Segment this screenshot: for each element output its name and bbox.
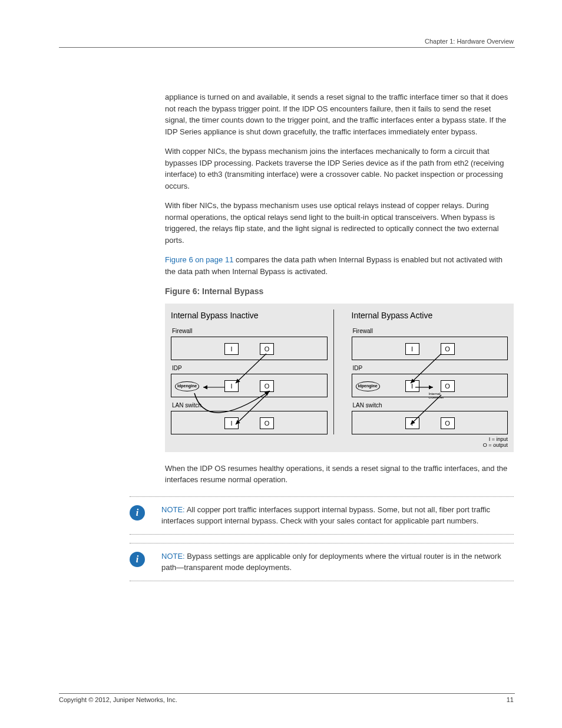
port-output: O: [260, 417, 274, 429]
device-firewall: I O: [352, 337, 508, 360]
note-text: NOTE: All copper port traffic interfaces…: [161, 504, 514, 527]
port-output: O: [260, 343, 274, 355]
port-input: I: [405, 343, 419, 355]
diagram-legend: I = input O = output: [171, 437, 508, 449]
device-label-lan: LAN switch: [353, 401, 508, 410]
figure-caption: Figure 6: Internal Bypass: [165, 285, 514, 298]
port-input: I: [224, 380, 239, 392]
paragraph: Figure 6 on page 11 compares the data pa…: [165, 254, 514, 277]
note-body: All copper port traffic interfaces suppo…: [161, 505, 490, 526]
device-lan-switch: I O: [171, 411, 328, 434]
info-icon: i: [130, 505, 145, 521]
note-block: i NOTE: Bypass settings are applicable o…: [130, 543, 514, 581]
panel-title: Internal Bypass Inactive: [171, 309, 328, 322]
main-content: appliance is turned on and available, it…: [165, 91, 514, 589]
note-text: NOTE: Bypass settings are applicable onl…: [161, 551, 514, 574]
header-rule: [59, 47, 515, 48]
idpengine-label: Idpengine: [175, 381, 199, 391]
device-label-idp: IDP: [353, 364, 508, 373]
paragraph: With copper NICs, the bypass mechanism j…: [165, 146, 514, 192]
diagram-panel-inactive: Internal Bypass Inactive Firewall I O ID…: [171, 309, 334, 434]
port-input: I: [405, 380, 419, 392]
idpengine-label: Idpengine: [356, 381, 380, 391]
info-icon: i: [130, 552, 145, 567]
port-output: O: [260, 380, 274, 392]
legend-input: I = input: [171, 437, 508, 443]
copyright: Copyright © 2012, Juniper Networks, Inc.: [59, 695, 177, 705]
port-output: O: [441, 380, 455, 392]
page-number: 11: [507, 695, 514, 705]
legend-output: O = output: [171, 443, 508, 449]
note-block: i NOTE: All copper port traffic interfac…: [130, 496, 514, 535]
device-label-firewall: Firewall: [353, 327, 508, 335]
port-input: I: [405, 417, 419, 429]
note-label: NOTE:: [161, 552, 185, 561]
paragraph: When the IDP OS resumes healthy operatio…: [165, 463, 514, 486]
device-label-lan: LAN switch: [172, 401, 328, 410]
figure-diagram: Internal Bypass Inactive Firewall I O ID…: [165, 304, 514, 452]
paragraph: With fiber NICs, the bypass mechanism us…: [165, 200, 514, 246]
port-input: I: [224, 417, 239, 429]
device-lan-switch: I O: [352, 411, 508, 434]
port-output: O: [441, 343, 455, 355]
paragraph: appliance is turned on and available, it…: [165, 91, 514, 137]
chapter-label: Chapter 1: Hardware Overview: [425, 37, 514, 47]
diagram-panel-active: Internal Bypass Active Firewall I O IDP …: [346, 309, 508, 434]
port-output: O: [441, 417, 455, 429]
figure-crossref-link[interactable]: Figure 6 on page 11: [165, 255, 233, 264]
device-label-idp: IDP: [172, 364, 328, 373]
note-label: NOTE:: [161, 505, 185, 514]
panel-title: Internal Bypass Active: [352, 309, 508, 322]
device-label-firewall: Firewall: [172, 327, 328, 335]
device-idp: Idpengine I O Internal crossover: [352, 374, 508, 397]
internal-crossover-label: Internal crossover: [429, 392, 444, 399]
port-input: I: [224, 343, 239, 355]
footer-rule: [59, 693, 515, 694]
note-body: Bypass settings are applicable only for …: [161, 552, 501, 572]
device-idp: Idpengine I O: [171, 374, 328, 397]
device-firewall: I O: [171, 337, 328, 360]
